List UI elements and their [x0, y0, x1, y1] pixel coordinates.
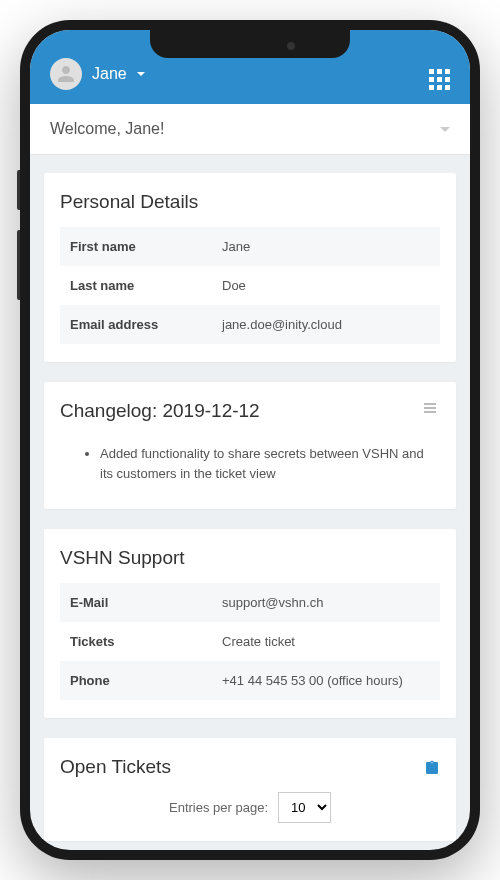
list-item: Added functionality to share secrets bet…: [100, 444, 440, 483]
username-label: Jane: [92, 65, 127, 83]
field-label: E-Mail: [60, 583, 212, 622]
user-menu[interactable]: Jane: [50, 58, 145, 90]
support-phone-link[interactable]: +41 44 545 53 00 (office hours): [212, 661, 440, 700]
field-label: Last name: [60, 266, 212, 305]
field-label: Email address: [60, 305, 212, 344]
personal-details-card: Personal Details First name Jane Last na…: [44, 173, 456, 362]
content-area: Personal Details First name Jane Last na…: [30, 155, 470, 845]
table-row: Tickets Create ticket: [60, 622, 440, 661]
changelog-title-text: Changelog: 2019-12-12: [60, 400, 260, 422]
chevron-down-icon: [137, 72, 145, 76]
phone-notch: [150, 30, 350, 58]
field-value: Jane: [212, 227, 440, 266]
pager: Entries per page: 10: [60, 792, 440, 823]
table-row: E-Mail support@vshn.ch: [60, 583, 440, 622]
field-value: jane.doe@inity.cloud: [212, 305, 440, 344]
changelog-card: Changelog: 2019-12-12 Added functionalit…: [44, 382, 456, 509]
table-row: Last name Doe: [60, 266, 440, 305]
field-label: First name: [60, 227, 212, 266]
avatar: [50, 58, 82, 90]
open-tickets-title: Open Tickets: [60, 756, 440, 778]
create-ticket-link[interactable]: Create ticket: [212, 622, 440, 661]
apps-grid-icon[interactable]: [429, 69, 450, 90]
collapse-icon[interactable]: [440, 127, 450, 132]
phone-frame: Jane Welcome, Jane! Personal Details Fir…: [20, 20, 480, 860]
table-row: Phone +41 44 545 53 00 (office hours): [60, 661, 440, 700]
support-email-link[interactable]: support@vshn.ch: [212, 583, 440, 622]
changelog-title: Changelog: 2019-12-12: [60, 400, 440, 422]
entries-per-page-select[interactable]: 10: [278, 792, 331, 823]
field-label: Phone: [60, 661, 212, 700]
field-label: Tickets: [60, 622, 212, 661]
support-table: E-Mail support@vshn.ch Tickets Create ti…: [60, 583, 440, 700]
changelog-list: Added functionality to share secrets bet…: [60, 436, 440, 491]
table-row: First name Jane: [60, 227, 440, 266]
table-row: Email address jane.doe@inity.cloud: [60, 305, 440, 344]
clipboard-icon[interactable]: [424, 759, 440, 775]
open-tickets-card: Open Tickets Entries per page: 10: [44, 738, 456, 841]
personal-details-title: Personal Details: [60, 191, 440, 213]
welcome-text: Welcome, Jane!: [50, 120, 164, 138]
screen: Jane Welcome, Jane! Personal Details Fir…: [30, 30, 470, 850]
person-icon: [54, 62, 78, 86]
welcome-bar: Welcome, Jane!: [30, 104, 470, 155]
list-icon[interactable]: [424, 403, 440, 419]
personal-details-table: First name Jane Last name Doe Email addr…: [60, 227, 440, 344]
open-tickets-title-text: Open Tickets: [60, 756, 171, 778]
support-card: VSHN Support E-Mail support@vshn.ch Tick…: [44, 529, 456, 718]
field-value: Doe: [212, 266, 440, 305]
support-title: VSHN Support: [60, 547, 440, 569]
pager-label: Entries per page:: [169, 800, 268, 815]
